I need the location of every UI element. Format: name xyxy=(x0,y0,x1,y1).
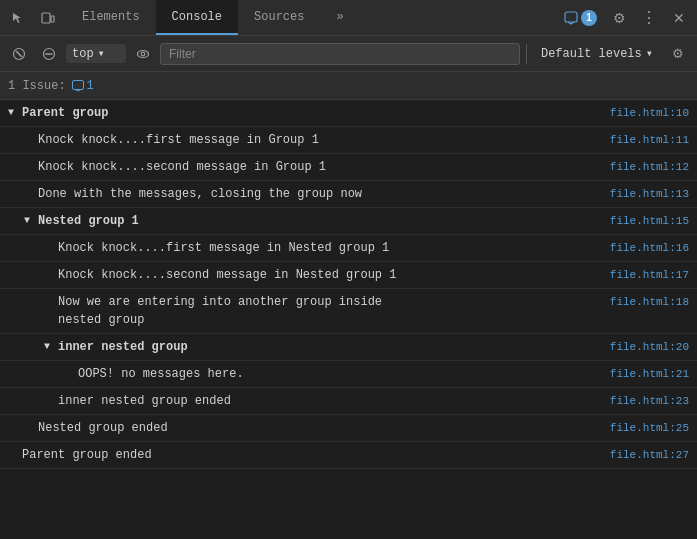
console-count-badge: 1 xyxy=(581,10,597,26)
log-link[interactable]: file.html:15 xyxy=(606,213,697,229)
close-icon[interactable]: ✕ xyxy=(665,4,693,32)
tab-more[interactable]: » xyxy=(320,0,359,35)
more-options-icon[interactable]: ⋮ xyxy=(635,4,663,32)
tab-sources[interactable]: Sources xyxy=(238,0,320,35)
tab-bar-right: 1 ⚙ ⋮ ✕ xyxy=(554,4,697,32)
cursor-icon[interactable] xyxy=(4,4,32,32)
log-row: Knock knock....second message in Nested … xyxy=(0,262,697,289)
issues-badge[interactable]: 1 xyxy=(72,79,94,93)
log-text: Nested group 1 xyxy=(34,210,606,232)
log-link[interactable]: file.html:23 xyxy=(606,393,697,409)
issues-bar: 1 Issue: 1 xyxy=(0,72,697,100)
svg-point-7 xyxy=(138,50,149,57)
issues-label: 1 Issue: xyxy=(8,79,66,93)
log-text: Now we are entering into another group i… xyxy=(54,291,606,331)
log-link[interactable]: file.html:11 xyxy=(606,132,697,148)
log-text: Knock knock....first message in Group 1 xyxy=(34,129,606,151)
log-row: Done with the messages, closing the grou… xyxy=(0,181,697,208)
context-selector[interactable]: top ▾ xyxy=(66,44,126,63)
divider xyxy=(526,44,527,64)
chevron-down-icon: ▾ xyxy=(98,46,105,61)
console-toolbar: top ▾ Default levels ▾ ⚙ xyxy=(0,36,697,72)
log-link[interactable]: file.html:10 xyxy=(606,105,697,121)
log-row: Nested group ended file.html:25 xyxy=(0,415,697,442)
log-link[interactable]: file.html:16 xyxy=(606,240,697,256)
log-row: Parent group ended file.html:27 xyxy=(0,442,697,469)
block-icon[interactable] xyxy=(36,41,62,67)
log-link[interactable]: file.html:18 xyxy=(606,294,697,310)
log-link[interactable]: file.html:12 xyxy=(606,159,697,175)
group-triangle[interactable]: ▼ xyxy=(20,213,34,228)
log-text: OOPS! no messages here. xyxy=(74,363,606,385)
console-badge-btn[interactable]: 1 xyxy=(558,8,603,28)
tab-console[interactable]: Console xyxy=(156,0,238,35)
svg-rect-2 xyxy=(565,12,577,22)
log-link[interactable]: file.html:17 xyxy=(606,267,697,283)
filter-input[interactable] xyxy=(160,43,520,65)
log-link[interactable]: file.html:25 xyxy=(606,420,697,436)
console-settings-icon[interactable]: ⚙ xyxy=(665,41,691,67)
log-levels-selector[interactable]: Default levels ▾ xyxy=(533,44,661,63)
log-text: Done with the messages, closing the grou… xyxy=(34,183,606,205)
settings-icon[interactable]: ⚙ xyxy=(605,4,633,32)
tab-bar: Elements Console Sources » 1 ⚙ ⋮ ✕ xyxy=(0,0,697,36)
svg-rect-1 xyxy=(51,16,54,22)
log-text: Knock knock....second message in Nested … xyxy=(54,264,606,286)
tab-items: Elements Console Sources » xyxy=(66,0,554,35)
device-icon[interactable] xyxy=(34,4,62,32)
log-text: Nested group ended xyxy=(34,417,606,439)
log-text: Knock knock....second message in Group 1 xyxy=(34,156,606,178)
log-text: Parent group ended xyxy=(18,444,606,466)
log-link[interactable]: file.html:20 xyxy=(606,339,697,355)
log-link[interactable]: file.html:21 xyxy=(606,366,697,382)
svg-line-4 xyxy=(16,51,22,57)
group-triangle[interactable]: ▼ xyxy=(4,105,18,120)
tab-elements[interactable]: Elements xyxy=(66,0,156,35)
log-row: ▼ inner nested group file.html:20 xyxy=(0,334,697,361)
chevron-down-icon: ▾ xyxy=(646,46,653,61)
log-row: ▼ Nested group 1 file.html:15 xyxy=(0,208,697,235)
clear-console-icon[interactable] xyxy=(6,41,32,67)
tab-bar-left-icons xyxy=(0,4,66,32)
group-triangle[interactable]: ▼ xyxy=(40,339,54,354)
svg-point-8 xyxy=(141,52,145,56)
log-row: Knock knock....second message in Group 1… xyxy=(0,154,697,181)
log-row: OOPS! no messages here. file.html:21 xyxy=(0,361,697,388)
svg-rect-9 xyxy=(72,80,83,89)
log-text: inner nested group xyxy=(54,336,606,358)
eye-icon[interactable] xyxy=(130,41,156,67)
log-row: ▼ Parent group file.html:10 xyxy=(0,100,697,127)
log-link[interactable]: file.html:27 xyxy=(606,447,697,463)
log-row: inner nested group ended file.html:23 xyxy=(0,388,697,415)
log-link[interactable]: file.html:13 xyxy=(606,186,697,202)
log-text: Parent group xyxy=(18,102,606,124)
svg-rect-0 xyxy=(42,13,50,23)
log-row: Now we are entering into another group i… xyxy=(0,289,697,334)
log-text: Knock knock....first message in Nested g… xyxy=(54,237,606,259)
log-row: Knock knock....first message in Nested g… xyxy=(0,235,697,262)
console-output[interactable]: ▼ Parent group file.html:10 Knock knock.… xyxy=(0,100,697,539)
log-text: inner nested group ended xyxy=(54,390,606,412)
log-row: Knock knock....first message in Group 1 … xyxy=(0,127,697,154)
